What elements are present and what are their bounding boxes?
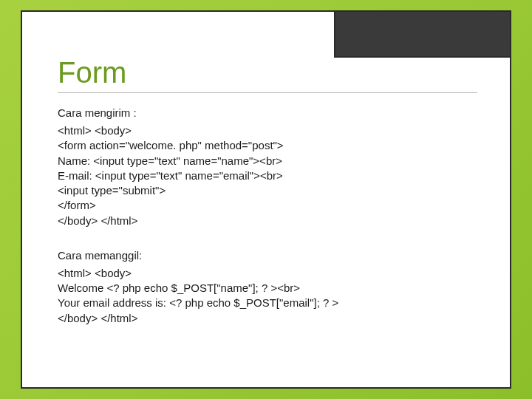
code-line: Name: <input type="text" name="name"><br… (58, 154, 477, 168)
slide-content: Form Cara mengirim : <html> <body> <form… (22, 12, 510, 361)
code-line: <input type="submit"> (58, 183, 477, 198)
code-block-2: <html> <body> Welcome <? php echo $_POST… (58, 266, 477, 326)
code-line: </body> </html> (58, 311, 477, 326)
code-line: </body> </html> (58, 214, 477, 228)
code-line: <html> <body> (58, 123, 477, 138)
code-line: </form> (58, 198, 477, 213)
code-line: <form action="welcome. php" method="post… (58, 138, 477, 153)
code-block-1: <html> <body> <form action="welcome. php… (58, 123, 477, 228)
section-1-label: Cara mengirim : (58, 106, 477, 119)
section-2-label: Cara memanggil: (58, 249, 477, 262)
slide-container: Form Cara mengirim : <html> <body> <form… (21, 10, 511, 389)
slide-title: Form (58, 56, 477, 89)
code-line: <html> <body> (58, 266, 477, 281)
corner-decoration (334, 10, 511, 58)
title-underline (58, 92, 477, 93)
code-line: E-mail: <input type="text" name="email">… (58, 168, 477, 183)
code-line: Your email address is: <? php echo $_POS… (58, 296, 477, 310)
code-line: Welcome <? php echo $_POST["name"]; ? ><… (58, 281, 477, 296)
